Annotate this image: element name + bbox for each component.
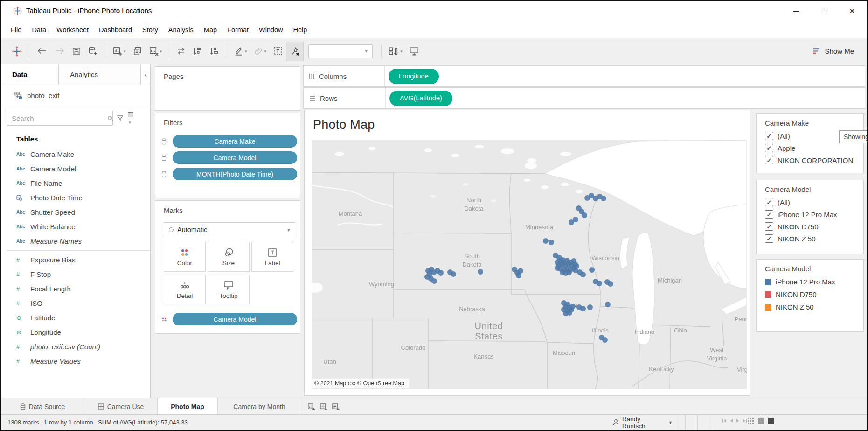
menu-analysis[interactable]: Analysis (163, 26, 199, 34)
checkbox-checked-icon[interactable]: ✓ (765, 156, 773, 164)
checkbox-checked-icon[interactable]: ✓ (765, 132, 773, 140)
label-button[interactable]: Label (251, 242, 293, 272)
group-members-icon[interactable]: ▾ (250, 42, 270, 61)
sort-descending-icon[interactable] (206, 42, 223, 61)
menu-story[interactable]: Story (137, 26, 163, 34)
fit-selector[interactable]: ▼ (308, 44, 373, 58)
legend-nikon-d750[interactable]: NIKON D750 (757, 288, 863, 301)
photo-location-mark[interactable] (602, 337, 608, 343)
camera-make-filter-card[interactable]: Camera Make ✓(All)✓Apple✓NIKON CORPORATI… (756, 113, 864, 173)
photo-location-mark[interactable] (587, 304, 593, 310)
text-label-icon[interactable] (270, 42, 286, 61)
make-nikon-corporation[interactable]: ✓NIKON CORPORATION (757, 154, 863, 166)
highlight-icon[interactable]: ▾ (231, 42, 250, 61)
make-apple[interactable]: ✓Apple (757, 142, 863, 154)
rows-shelf[interactable]: Rows AVG(Latitude) (303, 87, 865, 109)
field-iso[interactable]: #ISO (1, 296, 150, 311)
tab-data[interactable]: Data (1, 64, 59, 85)
field-measure-names[interactable]: AbcMeasure Names (1, 234, 150, 248)
view-options-icon[interactable]: ▾ (127, 111, 134, 126)
swap-rows-columns-icon[interactable] (173, 42, 189, 61)
menu-worksheet[interactable]: Worksheet (51, 26, 94, 34)
menu-help[interactable]: Help (288, 26, 312, 34)
new-dashboard-tab-icon[interactable] (317, 398, 329, 415)
field-photo-date-time[interactable]: Photo Date Time (1, 191, 150, 205)
model-nikon-z-50[interactable]: ✓NIKON Z 50 (757, 233, 863, 245)
checkbox-checked-icon[interactable]: ✓ (765, 234, 773, 243)
field-photo-exif-csv-count-[interactable]: #photo_exif.csv (Count) (1, 339, 150, 354)
menu-format[interactable]: Format (222, 26, 254, 34)
columns-pill-longitude[interactable]: Longitude (389, 69, 439, 84)
search-input[interactable] (7, 114, 107, 122)
new-data-source-icon[interactable] (84, 42, 101, 61)
photo-location-mark[interactable] (566, 269, 572, 275)
sheet-nav-controls[interactable] (722, 418, 747, 423)
field-focal-length[interactable]: #Focal Length (1, 282, 150, 296)
view-mode-controls[interactable] (748, 418, 774, 424)
photo-location-mark[interactable] (478, 269, 483, 275)
new-worksheet-icon[interactable]: ▾ (109, 42, 129, 61)
photo-location-mark[interactable] (605, 302, 611, 307)
minimize-button[interactable] (783, 1, 809, 21)
filter-fields-icon[interactable] (117, 115, 124, 121)
legend-iphone-12-pro-max[interactable]: iPhone 12 Pro Max (757, 276, 863, 288)
color-button[interactable]: Color (164, 242, 206, 272)
field-white-balance[interactable]: AbcWhite Balance (1, 219, 150, 234)
camera-model-filter-card[interactable]: Camera Model ✓(All)✓iPhone 12 Pro Max✓NI… (756, 180, 864, 254)
checkbox-checked-icon[interactable]: ✓ (765, 222, 773, 231)
field-camera-model[interactable]: AbcCamera Model (1, 162, 150, 176)
presentation-mode-icon[interactable] (406, 42, 423, 61)
maximize-button[interactable] (812, 1, 838, 21)
camera-model-legend-card[interactable]: Camera Model iPhone 12 Pro MaxNIKON D750… (756, 259, 864, 332)
map-view[interactable]: MontanaNorthDakotaMinnesotaSouthDakotaWy… (312, 140, 747, 389)
photo-location-mark[interactable] (569, 219, 574, 225)
photo-location-mark[interactable] (549, 240, 554, 245)
save-icon[interactable] (69, 42, 84, 61)
tableau-home-icon[interactable] (8, 42, 25, 61)
model-iphone-12-pro-max[interactable]: ✓iPhone 12 Pro Max (757, 208, 863, 220)
field-exposure-bias[interactable]: #Exposure Bias (1, 253, 150, 267)
clear-sheet-icon[interactable]: ▾ (146, 42, 166, 61)
new-worksheet-tab-icon[interactable] (305, 398, 317, 415)
menu-file[interactable]: File (6, 26, 27, 34)
photo-location-mark[interactable] (438, 270, 444, 276)
legend-nikon-z-50[interactable]: NIKON Z 50 (757, 301, 863, 313)
menu-data[interactable]: Data (27, 26, 51, 34)
photo-location-mark[interactable] (582, 212, 587, 218)
checkbox-checked-icon[interactable]: ✓ (765, 210, 773, 219)
menu-window[interactable]: Window (254, 26, 288, 34)
tab-data-source[interactable]: Data Source (1, 398, 84, 415)
sort-ascending-icon[interactable] (189, 42, 206, 61)
checkbox-checked-icon[interactable]: ✓ (765, 144, 773, 152)
size-button[interactable]: Size (208, 242, 250, 272)
photo-location-mark[interactable] (608, 281, 613, 287)
pages-card[interactable]: Pages (155, 66, 300, 111)
photo-location-mark[interactable] (580, 306, 586, 311)
user-menu[interactable]: Randy Runtsch ▼ (609, 415, 677, 430)
marks-camera-model-pill[interactable]: Camera Model (173, 313, 297, 325)
tooltip-button[interactable]: Tooltip (208, 275, 250, 304)
photo-location-mark[interactable] (570, 304, 576, 309)
checkbox-checked-icon[interactable]: ✓ (765, 198, 773, 206)
photo-location-mark[interactable] (597, 281, 602, 286)
close-button[interactable]: ✕ (839, 1, 865, 21)
photo-location-mark[interactable] (516, 273, 521, 278)
field-measure-values[interactable]: #Measure Values (1, 354, 150, 368)
menu-dashboard[interactable]: Dashboard (94, 26, 137, 34)
field-shutter-speed[interactable]: AbcShutter Speed (1, 205, 150, 219)
data-source-connection[interactable]: photo_exif (1, 85, 150, 106)
photo-location-mark[interactable] (543, 238, 549, 244)
filter-pill-camera-make[interactable]: Camera Make (173, 135, 297, 148)
columns-shelf[interactable]: Columns Longitude (303, 65, 865, 87)
field-file-name[interactable]: AbcFile Name (1, 176, 150, 191)
fix-axes-icon[interactable] (286, 42, 304, 61)
tab-analytics[interactable]: Analytics (59, 64, 141, 85)
photo-location-mark[interactable] (431, 278, 437, 284)
field-camera-make[interactable]: AbcCamera Make (1, 147, 150, 162)
rows-pill-avg-latitude[interactable]: AVG(Latitude) (389, 91, 452, 106)
detail-button[interactable]: Detail (164, 275, 206, 304)
new-story-tab-icon[interactable] (329, 398, 341, 415)
field-longitude[interactable]: ⊕Longitude (1, 325, 150, 339)
filter-pill-month-photo-date-time-[interactable]: MONTH(Photo Date Time) (173, 168, 297, 180)
tab-camera-use[interactable]: Camera Use (84, 398, 158, 415)
